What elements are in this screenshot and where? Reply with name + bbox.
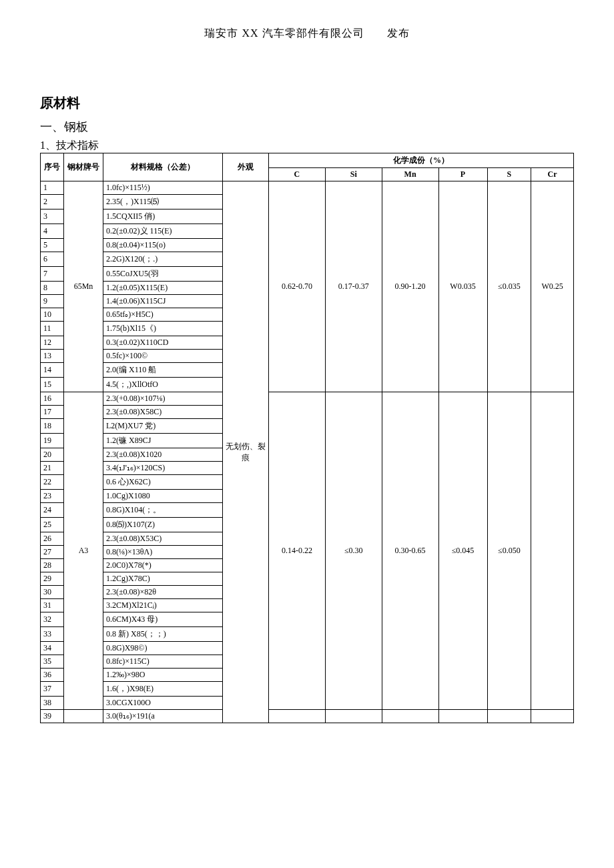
cell-seq: 23 [41,490,64,503]
cell-seq: 33 [41,627,64,642]
heading-steel: 一、钢板 [40,119,574,135]
cell-chem-cr [531,392,574,710]
th-appearance: 外观 [223,153,269,181]
cell-seq: 35 [41,655,64,669]
cell-chem-c [269,710,326,723]
spec-table-body: 165Mn1.0fc)×115½)无划伤、裂痕0.62-0.700.17-0.3… [41,181,574,723]
cell-seq: 5 [41,239,64,252]
th-c: C [269,168,326,181]
cell-spec: 0.6CM)X43 母) [103,612,223,627]
cell-chem-s: ≤0.050 [487,392,531,710]
cell-seq: 16 [41,392,64,406]
cell-spec: 2.3(±0.08)X53C) [103,532,223,546]
th-seq: 序号 [41,153,64,181]
cell-grade [64,710,103,723]
cell-spec: 2.0C0)X78(*) [103,559,223,572]
th-spec: 材料规格（公差） [103,153,223,181]
cell-seq: 32 [41,612,64,627]
table-row: 165Mn1.0fc)×115½)无划伤、裂痕0.62-0.700.17-0.3… [41,181,574,195]
th-si: Si [325,168,382,181]
table-row: 393.0(θ₁₆)×191(a [41,710,574,723]
cell-seq: 30 [41,586,64,599]
th-cr: Cr [531,168,574,181]
cell-spec: 3.0(θ₁₆)×191(a [103,710,223,723]
cell-spec: 2.3(+0.08)×107⅛) [103,392,223,406]
cell-spec: 0.8 新) X85(；；) [103,627,223,642]
cell-spec: 0.55CoJXU5(羽 [103,267,223,282]
cell-seq: 19 [41,434,64,448]
cell-spec: 1.2(±0.05)X115(E) [103,282,223,295]
cell-seq: 22 [41,475,64,490]
th-s: S [487,168,531,181]
th-p: P [438,168,487,181]
cell-spec: 1.6(，)X98(E) [103,682,223,697]
cell-seq: 25 [41,518,64,532]
cell-chem-si [325,710,382,723]
cell-seq: 18 [41,419,64,434]
cell-chem-si: 0.17-0.37 [325,181,382,392]
publisher-line: 瑞安市 XX 汽车零部件有限公司 发布 [40,27,574,41]
cell-spec: 2.3(±0.08)X58C) [103,406,223,419]
cell-spec: 1.2‰)×98O [103,669,223,682]
table-row: 16A32.3(+0.08)×107⅛)0.14-0.22≤0.300.30-0… [41,392,574,406]
cell-spec: 1.0fc)×115½) [103,181,223,195]
cell-seq: 36 [41,669,64,682]
th-chem: 化学成份（%） [269,153,574,168]
cell-seq: 12 [41,336,64,350]
cell-grade: 65Mn [64,181,103,392]
cell-seq: 15 [41,378,64,392]
cell-spec: 1.0Cg)X1080 [103,490,223,503]
cell-chem-p [438,710,487,723]
cell-seq: 21 [41,462,64,475]
cell-spec: 1.75(b)Xl15《) [103,322,223,336]
cell-seq: 28 [41,559,64,572]
cell-seq: 31 [41,599,64,612]
cell-seq: 1 [41,181,64,195]
cell-spec: 0.8fc)×115C) [103,655,223,669]
cell-grade: A3 [64,392,103,710]
cell-spec: 4.5(；,)XllOtfO [103,378,223,392]
cell-spec: 2.3(±0.08)×82θ [103,586,223,599]
cell-spec: 0.65tfₒ)×H5C) [103,308,223,322]
cell-spec: 0.8G)X104(；。 [103,503,223,518]
cell-seq: 7 [41,267,64,282]
cell-spec: 3.4(₁J'₁₆)×120CS) [103,462,223,475]
cell-spec: 0.8⑸)X107(Z) [103,518,223,532]
cell-chem-c: 0.62-0.70 [269,181,326,392]
cell-seq: 39 [41,710,64,723]
cell-spec: 0.6 心)X62C) [103,475,223,490]
cell-seq: 20 [41,448,64,462]
cell-seq: 4 [41,224,64,239]
cell-seq: 3 [41,209,64,224]
cell-seq: 10 [41,308,64,322]
cell-spec: 3.2CM)Xl21Cⱼ) [103,599,223,612]
cell-spec: 0.2(±0.02)义 115(E) [103,224,223,239]
cell-seq: 26 [41,532,64,546]
cell-spec: 2.2G)X120(；.) [103,252,223,267]
cell-chem-cr [531,710,574,723]
cell-seq: 17 [41,406,64,419]
th-mn: Mn [382,168,438,181]
cell-spec: 0.8G)X98©) [103,642,223,655]
cell-seq: 8 [41,282,64,295]
cell-seq: 29 [41,572,64,586]
cell-spec: 1.2(镰 X89CJ [103,434,223,448]
cell-seq: 27 [41,546,64,559]
cell-spec: 2.0(编 X110 船 [103,363,223,378]
cell-seq: 11 [41,322,64,336]
cell-chem-s [487,710,531,723]
cell-chem-s: ≤0.035 [487,181,531,392]
cell-chem-mn [382,710,438,723]
cell-spec: 2.35(，)X115⑸ [103,195,223,209]
cell-seq: 6 [41,252,64,267]
cell-chem-si: ≤0.30 [325,392,382,710]
cell-chem-cr: W0.25 [531,181,574,392]
cell-spec: 1.5CQXII5 俏) [103,209,223,224]
cell-spec: 0.8(⅛)×13θΛ) [103,546,223,559]
cell-seq: 34 [41,642,64,655]
cell-chem-mn: 0.30-0.65 [382,392,438,710]
heading-tech: 1、技术指标 [40,139,574,153]
cell-seq: 9 [41,295,64,308]
cell-spec: 1.4(±0.06)X115CJ [103,295,223,308]
cell-seq: 37 [41,682,64,697]
